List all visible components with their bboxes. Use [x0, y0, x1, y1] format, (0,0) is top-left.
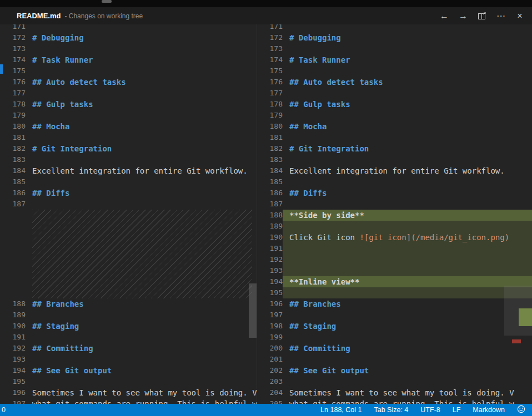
- code-line[interactable]: 198## Staging: [257, 321, 532, 332]
- left-pane-lines: 171172# Debugging173174# Task Runner1751…: [0, 24, 257, 404]
- line-number: 195: [0, 376, 26, 387]
- line-content: [283, 354, 532, 365]
- code-token: ## Branches: [32, 300, 84, 308]
- code-line[interactable]: 205what git commands are running. This i…: [257, 398, 532, 404]
- code-line[interactable]: 197: [257, 310, 532, 321]
- line-content: ## Staging: [283, 321, 532, 332]
- code-line[interactable]: 172# Debugging: [0, 32, 257, 43]
- code-token: # Git Integration: [32, 144, 112, 153]
- code-line[interactable]: 178## Gulp tasks: [257, 99, 532, 110]
- more-actions-icon[interactable]: ⋯: [494, 9, 508, 23]
- code-line[interactable]: 171: [0, 24, 257, 32]
- line-content: ## Committing: [283, 343, 532, 354]
- code-line[interactable]: 195: [0, 376, 257, 387]
- code-line[interactable]: 203: [257, 376, 532, 387]
- status-language-mode[interactable]: Markdown: [473, 406, 505, 414]
- code-line[interactable]: 186## Diffs: [0, 187, 257, 199]
- code-line[interactable]: 201: [257, 354, 532, 365]
- forward-arrow-icon[interactable]: →: [456, 9, 470, 23]
- line-content: ## See Git output: [283, 365, 532, 376]
- code-line[interactable]: 179: [0, 110, 257, 121]
- code-line[interactable]: 182# Git Integration: [0, 143, 257, 154]
- code-line[interactable]: 190Click Git icon ![git icon](/media/git…: [257, 232, 532, 243]
- code-line[interactable]: 194**Inline view**: [257, 276, 532, 287]
- line-content: [26, 24, 257, 32]
- line-number: 182: [257, 143, 283, 154]
- status-eol[interactable]: LF: [453, 406, 461, 414]
- line-content: [26, 88, 257, 99]
- code-line[interactable]: 176## Auto detect tasks: [0, 77, 257, 88]
- code-token: ## Staging: [32, 322, 79, 331]
- code-line[interactable]: 189: [0, 310, 257, 321]
- code-line[interactable]: 179: [257, 110, 532, 121]
- line-number: 204: [257, 387, 283, 398]
- code-line[interactable]: 193: [257, 265, 532, 276]
- left-vertical-scrollbar[interactable]: [249, 283, 257, 338]
- line-content: [283, 265, 532, 276]
- status-tab-size[interactable]: Tab Size: 4: [374, 406, 408, 414]
- line-content: [283, 154, 532, 165]
- code-line[interactable]: 184Excellent integration for entire Git …: [257, 165, 532, 176]
- code-line[interactable]: 185: [257, 176, 532, 187]
- line-content: # Git Integration: [283, 143, 532, 154]
- code-line[interactable]: 177: [257, 88, 532, 99]
- code-line[interactable]: 192: [257, 254, 532, 265]
- close-icon[interactable]: ×: [513, 9, 526, 23]
- code-line[interactable]: 177: [0, 88, 257, 99]
- code-line[interactable]: 200## Committing: [257, 343, 532, 354]
- code-token: ## Auto detect tasks: [289, 78, 383, 87]
- code-line[interactable]: 182# Git Integration: [257, 143, 532, 154]
- line-number: 189: [257, 221, 283, 232]
- code-line[interactable]: 175: [0, 65, 257, 77]
- code-line[interactable]: 188## Branches: [0, 298, 257, 310]
- code-line[interactable]: 191: [257, 243, 532, 254]
- code-line[interactable]: 196Sometimes I want to see what my tool …: [0, 387, 257, 398]
- code-line[interactable]: 183: [257, 154, 532, 165]
- line-content: what git commands are running. This is h…: [283, 398, 532, 404]
- code-line[interactable]: 186## Diffs: [257, 187, 532, 199]
- status-cursor-position[interactable]: Ln 188, Col 1: [320, 406, 362, 414]
- code-line[interactable]: 180## Mocha: [257, 121, 532, 132]
- line-number: 188: [257, 210, 283, 221]
- code-line[interactable]: 174# Task Runner: [0, 54, 257, 65]
- code-line[interactable]: 178## Gulp tasks: [0, 99, 257, 110]
- back-arrow-icon[interactable]: ←: [438, 9, 451, 23]
- code-line[interactable]: 187: [0, 199, 257, 210]
- code-line[interactable]: 181: [257, 132, 532, 143]
- code-line[interactable]: 180## Mocha: [0, 121, 257, 132]
- code-line[interactable]: 202## See Git output: [257, 365, 532, 376]
- code-line[interactable]: 204Sometimes I want to see what my tool …: [257, 387, 532, 398]
- code-line[interactable]: 195: [257, 287, 532, 298]
- code-line[interactable]: 172# Debugging: [257, 32, 532, 43]
- code-line[interactable]: 173: [257, 43, 532, 54]
- code-line[interactable]: 171: [257, 24, 532, 32]
- code-line[interactable]: 189: [257, 221, 532, 232]
- code-line[interactable]: 188**Side by side**: [257, 210, 532, 221]
- code-line[interactable]: 176## Auto detect tasks: [257, 77, 532, 88]
- code-line[interactable]: 193: [0, 354, 257, 365]
- code-line[interactable]: 196## Branches: [257, 298, 532, 310]
- code-line[interactable]: 190## Staging: [0, 321, 257, 332]
- split-editor-icon[interactable]: [475, 9, 489, 23]
- status-encoding[interactable]: UTF-8: [420, 406, 440, 414]
- code-line[interactable]: 175: [257, 65, 532, 77]
- tab-scroll-thumb[interactable]: [102, 0, 112, 3]
- code-line[interactable]: 194## See Git output: [0, 365, 257, 376]
- code-line[interactable]: 199: [257, 332, 532, 343]
- status-right-items: Ln 188, Col 1 Tab Size: 4 UTF-8 LF Markd…: [320, 405, 532, 415]
- code-line[interactable]: 191: [0, 332, 257, 343]
- code-line[interactable]: 181: [0, 132, 257, 143]
- code-line[interactable]: 187: [257, 199, 532, 210]
- code-line[interactable]: 183: [0, 154, 257, 165]
- feedback-smiley-icon[interactable]: [517, 405, 525, 415]
- line-content: Sometimes I want to see what my tool is …: [26, 387, 257, 398]
- code-line[interactable]: 192## Committing: [0, 343, 257, 354]
- code-line[interactable]: 173: [0, 43, 257, 54]
- line-content: ## Staging: [26, 321, 257, 332]
- code-line[interactable]: 184Excellent integration for entire Git …: [0, 165, 257, 176]
- code-line[interactable]: 185: [0, 176, 257, 187]
- code-line[interactable]: 174# Task Runner: [257, 54, 532, 65]
- status-problems-count[interactable]: 0: [0, 406, 6, 414]
- code-line[interactable]: 197what git commands are running. This i…: [0, 398, 257, 404]
- line-number: 201: [257, 354, 283, 365]
